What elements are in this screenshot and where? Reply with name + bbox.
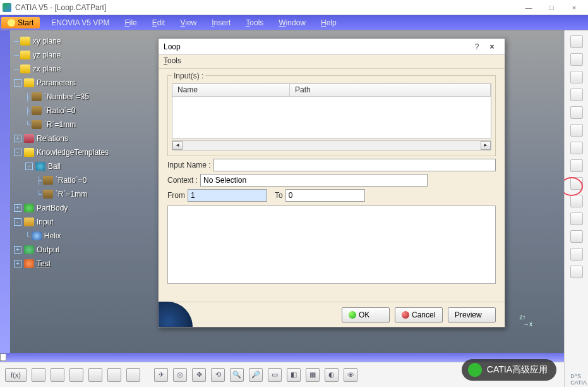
disk-icon[interactable] — [570, 248, 583, 261]
param-icon — [32, 120, 42, 129]
earth-logo — [159, 302, 193, 327]
fx-icon[interactable] — [570, 71, 583, 83]
input-icon — [24, 218, 34, 226]
ok-dot-icon — [349, 311, 356, 319]
menu-file[interactable]: File — [117, 17, 144, 28]
hide-button[interactable]: 👁 — [344, 368, 357, 382]
vb-icon[interactable] — [570, 230, 583, 243]
tree-ball-ratio[interactable]: `Ratio`=0 — [56, 174, 87, 187]
tool-btn-1[interactable] — [32, 368, 45, 382]
col-name[interactable]: Name — [172, 84, 290, 96]
dialog-footer: OK Cancel Preview — [159, 302, 505, 327]
tree-param-r[interactable]: `R`=1mm — [44, 118, 76, 131]
expand-icon[interactable]: + — [14, 135, 21, 142]
tree-helix[interactable]: Helix — [44, 230, 61, 242]
partbody-icon — [24, 204, 34, 212]
normal-button[interactable]: ▭ — [268, 368, 282, 382]
tree-param-number[interactable]: `Number`=35 — [44, 90, 89, 103]
spec-tree[interactable]: ─xy plane ─yz plane ─zx plane -Parameter… — [14, 34, 109, 271]
fx-button[interactable]: f(x) — [5, 368, 27, 382]
cancel-button[interactable]: Cancel — [395, 307, 443, 322]
tree-param-ratio[interactable]: `Ratio`=0 — [44, 104, 76, 117]
menu-window[interactable]: Window — [271, 17, 313, 28]
scroll-right-icon[interactable]: ► — [481, 141, 491, 150]
compass-axis[interactable]: z↑ →x — [519, 314, 532, 328]
tool-btn-6[interactable] — [126, 368, 140, 382]
loop-icon[interactable] — [570, 142, 583, 154]
dialog-menu-tools[interactable]: Tools — [164, 56, 181, 65]
note-icon[interactable] — [570, 124, 583, 137]
table-icon[interactable] — [570, 159, 583, 172]
tree-xy-plane[interactable]: xy plane — [33, 35, 61, 47]
check-icon[interactable] — [570, 89, 583, 101]
collapse-icon[interactable]: - — [14, 149, 21, 156]
tree-zx-plane[interactable]: zx plane — [33, 63, 61, 75]
menu-help[interactable]: Help — [313, 17, 344, 28]
tree-ball[interactable]: Ball — [48, 160, 61, 173]
dialog-close-button[interactable]: × — [484, 42, 500, 51]
preview-button[interactable]: Preview — [448, 307, 496, 322]
tree-yz-plane[interactable]: yz plane — [33, 49, 61, 61]
collapse-icon[interactable]: - — [14, 79, 21, 87]
tree-input[interactable]: Input — [37, 216, 54, 228]
dialog-help-button[interactable]: ? — [469, 42, 484, 51]
tool-icon[interactable] — [570, 35, 583, 48]
expand-icon[interactable]: + — [14, 246, 21, 254]
menu-edit[interactable]: Edit — [145, 17, 173, 28]
script-textarea[interactable] — [167, 206, 496, 284]
menu-tools[interactable]: Tools — [238, 17, 271, 28]
tool-btn-2[interactable] — [51, 368, 64, 382]
inputs-legend: Input(s) : — [172, 71, 205, 80]
ok-button[interactable]: OK — [342, 307, 390, 322]
tree-relations[interactable]: Relations — [37, 132, 68, 145]
tree-test[interactable]: Test — [37, 257, 51, 270]
gamepad-icon[interactable] — [570, 106, 583, 119]
maximize-button[interactable]: □ — [540, 1, 563, 14]
input-name-field[interactable] — [213, 159, 496, 171]
menu-enovia[interactable]: ENOVIA V5 VPM — [44, 17, 117, 28]
dialog-titlebar[interactable]: Loop ? × — [159, 39, 505, 55]
tree-output[interactable]: Output — [37, 243, 59, 256]
chat-icon[interactable] — [570, 212, 583, 225]
search-icon[interactable] — [570, 195, 583, 207]
wechat-icon — [468, 363, 482, 377]
to-field[interactable] — [285, 189, 365, 202]
pan-button[interactable]: ✥ — [192, 368, 206, 382]
iso-button[interactable]: ◧ — [287, 368, 301, 382]
collapse-icon[interactable]: - — [14, 218, 21, 226]
scroll-left-icon[interactable]: ◄ — [172, 141, 183, 150]
arrow-icon[interactable] — [570, 53, 583, 66]
tool-btn-5[interactable] — [107, 368, 121, 382]
from-field[interactable] — [188, 189, 267, 202]
start-menu[interactable]: Start — [1, 17, 40, 28]
output-icon — [24, 245, 34, 254]
minimize-button[interactable]: — — [517, 1, 540, 14]
zoomin-button[interactable]: 🔍 — [230, 368, 244, 382]
tree-parameters[interactable]: Parameters — [37, 77, 76, 89]
expand-icon[interactable]: + — [14, 204, 21, 212]
col-path[interactable]: Path — [290, 84, 491, 96]
fly-button[interactable]: ✈ — [154, 368, 168, 382]
render-button[interactable]: ▦ — [306, 368, 320, 382]
tree-ball-r[interactable]: `R`=1mm — [56, 188, 87, 200]
aim-button[interactable]: ◎ — [173, 368, 187, 382]
shade-button[interactable]: ◐ — [325, 368, 339, 382]
menu-insert[interactable]: Insert — [204, 17, 238, 28]
zoomout-button[interactable]: 🔎 — [249, 368, 263, 382]
left-toolbar-strip — [0, 30, 10, 362]
tree-partbody[interactable]: PartBody — [37, 202, 68, 214]
inputs-listbox[interactable]: Name Path — [172, 83, 491, 139]
tool-btn-3[interactable] — [69, 368, 83, 382]
horizontal-scrollbar[interactable]: ◄ ► — [172, 140, 491, 150]
param-icon — [43, 190, 53, 199]
tree-knowledge-templates[interactable]: KnowledgeTemplates — [37, 146, 109, 159]
expand-icon[interactable]: + — [14, 260, 21, 267]
context-field[interactable] — [200, 174, 428, 187]
menu-view[interactable]: View — [172, 17, 204, 28]
tool-btn-4[interactable] — [88, 368, 102, 382]
close-button[interactable]: × — [563, 1, 585, 14]
collapse-icon[interactable]: - — [25, 163, 33, 170]
rotate-button[interactable]: ⟲ — [211, 368, 225, 382]
gear2-icon[interactable] — [570, 266, 583, 278]
inputs-fieldset: Input(s) : Name Path ◄ ► — [167, 75, 496, 156]
